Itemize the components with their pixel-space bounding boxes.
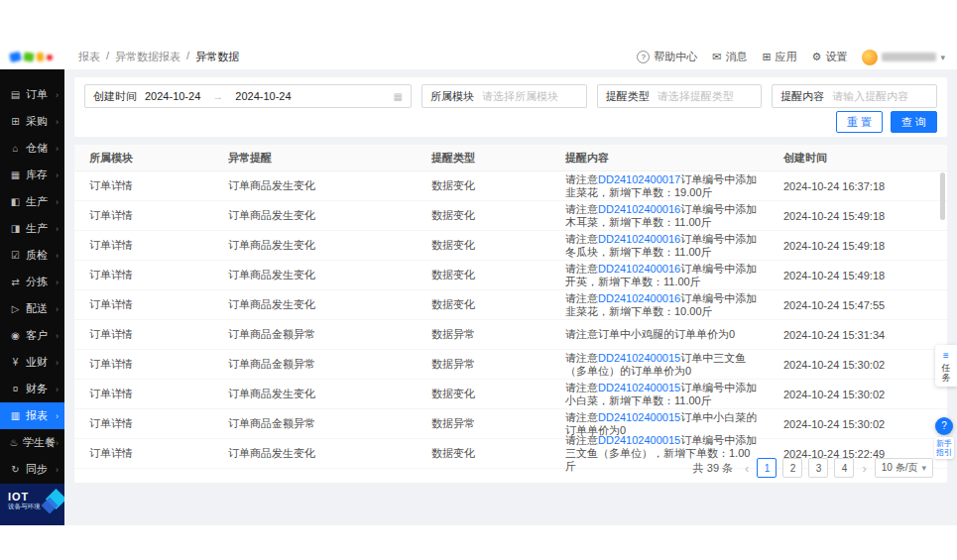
pagination-page-4[interactable]: 4 — [834, 458, 854, 478]
breadcrumb: 报表 / 异常数据报表 / 异常数据 — [78, 50, 239, 64]
sidebar-item-sync[interactable]: ↻同步› — [0, 456, 64, 483]
messages-button[interactable]: ✉ 消息 — [712, 50, 747, 64]
calendar-icon[interactable]: ▦ — [394, 91, 403, 102]
pagination-prev-icon[interactable]: ‹ — [743, 461, 751, 476]
module-select[interactable]: 所属模块 请选择所属模块 — [421, 84, 587, 108]
iot-logo: IOT 设备与环境 — [0, 484, 69, 525]
sidebar-item-orders[interactable]: ▤订单› — [0, 81, 64, 108]
filter-row: 创建时间 2024-10-24 → 2024-10-24 ▦ 所属模块 请选择所… — [84, 84, 937, 108]
finance-icon: ¤ — [9, 384, 22, 394]
sidebar-item-label: 业财 — [26, 355, 56, 370]
table-row: 订单详情订单商品发生变化数据变化请注意DD24102400017订单编号中添加韭… — [74, 171, 947, 201]
alert-type-select[interactable]: 提醒类型 请选择提醒类型 — [597, 84, 763, 108]
task-float-button[interactable]: ≡ 任务 — [935, 345, 957, 387]
help-center-button[interactable]: ? 帮助中心 — [637, 50, 697, 64]
pagination-page-2[interactable]: 2 — [782, 458, 802, 478]
sidebar-item-sorting[interactable]: ⇄分拣› — [0, 269, 64, 295]
cell-type: 数据异常 — [417, 416, 550, 431]
cell-module: 订单详情 — [74, 327, 213, 342]
cell-content: 请注意DD24102400016订单编号中添加冬瓜块，新增下单数：11.00斤 — [550, 233, 769, 259]
sidebar-item-production[interactable]: ◧生产› — [0, 188, 64, 215]
cell-time: 2024-10-24 15:49:18 — [769, 240, 947, 252]
cell-time: 2024-10-24 16:37:18 — [769, 180, 947, 192]
order-number-link[interactable]: DD24102400015 — [598, 411, 680, 423]
reports-icon: ▥ — [9, 410, 22, 421]
sidebar-item-quality[interactable]: ☑质检› — [0, 242, 64, 269]
order-number-link[interactable]: DD24102400015 — [598, 352, 680, 364]
order-number-link[interactable]: DD24102400016 — [598, 203, 680, 215]
column-header-type: 提醒类型 — [417, 151, 550, 166]
pagination-next-icon[interactable]: › — [860, 461, 868, 476]
cell-time: 2024-10-24 15:49:18 — [769, 270, 947, 281]
sidebar-item-finance[interactable]: ¤财务› — [0, 376, 64, 402]
order-number-link[interactable]: DD24102400016 — [598, 263, 680, 275]
cell-alert: 订单商品金额异常 — [213, 416, 417, 431]
date-from-value[interactable]: 2024-10-24 — [145, 90, 200, 102]
sidebar-item-label: 客户 — [26, 328, 56, 343]
order-number-link[interactable]: DD24102400016 — [598, 233, 680, 245]
reset-button[interactable]: 重 置 — [836, 111, 883, 133]
sidebar-item-warehouse[interactable]: ⌂仓储› — [0, 135, 64, 162]
settings-button[interactable]: ⚙ 设置 — [812, 50, 848, 64]
cell-type: 数据变化 — [417, 238, 550, 253]
breadcrumb-separator: / — [186, 50, 189, 64]
order-number-link[interactable]: DD24102400015 — [598, 434, 680, 446]
sidebar-menu: ▤订单›⊞采购›⌂仓储›▦库存›◧生产›◨生产›☑质检›⇄分拣›▷配送›◉客户›… — [0, 69, 64, 483]
order-number-link[interactable]: DD24102400015 — [598, 382, 680, 393]
sidebar-item-label: 订单 — [26, 87, 56, 102]
alert-type-placeholder: 请选择提醒类型 — [658, 89, 734, 104]
sidebar-item-customers[interactable]: ◉客户› — [0, 322, 64, 349]
table-row: 订单详情订单商品发生变化数据变化请注意DD24102400016订单编号中添加冬… — [74, 231, 947, 261]
breadcrumb-separator: / — [106, 50, 109, 64]
search-button[interactable]: 查 询 — [891, 111, 937, 133]
pagination: 共 39 条 ‹ 1234 › 10 条/页 ▾ — [693, 458, 933, 478]
production-2-icon: ◨ — [9, 223, 22, 234]
sidebar-item-delivery[interactable]: ▷配送› — [0, 295, 64, 322]
sidebar-item-procurement[interactable]: ⊞采购› — [0, 108, 64, 135]
cell-content: 请注意DD24102400017订单编号中添加韭菜花，新增下单数：19.00斤 — [550, 173, 769, 199]
column-header-time: 创建时间 — [769, 151, 947, 166]
orders-icon: ▤ — [9, 89, 22, 100]
cell-module: 订单详情 — [74, 357, 213, 372]
sidebar: ▤订单›⊞采购›⌂仓储›▦库存›◧生产›◨生产›☑质检›⇄分拣›▷配送›◉客户›… — [0, 69, 64, 525]
date-range-picker[interactable]: 创建时间 2024-10-24 → 2024-10-24 ▦ — [84, 84, 412, 108]
user-menu[interactable]: ▾ — [862, 50, 945, 65]
sidebar-item-production-2[interactable]: ◨生产› — [0, 215, 64, 242]
sidebar-item-reports[interactable]: ▥报表› — [0, 402, 64, 429]
order-number-link[interactable]: DD24102400016 — [598, 292, 680, 304]
pagination-pages: 1234 — [757, 458, 854, 478]
table-row: 订单详情订单商品发生变化数据变化请注意DD24102400016订单编号中添加韭… — [74, 290, 947, 320]
date-to-value[interactable]: 2024-10-24 — [235, 90, 291, 102]
sidebar-item-label: 仓储 — [26, 141, 56, 156]
chevron-right-icon: › — [56, 411, 59, 421]
sidebar-item-inventory[interactable]: ▦库存› — [0, 162, 64, 188]
column-header-module: 所属模块 — [74, 151, 213, 166]
table-row: 订单详情订单商品发生变化数据变化请注意DD24102400016订单编号中添加木… — [74, 201, 947, 231]
breadcrumb-item[interactable]: 报表 — [78, 50, 100, 64]
table-scrollbar[interactable] — [940, 172, 945, 220]
chevron-right-icon: › — [56, 278, 59, 287]
cell-time: 2024-10-24 15:30:02 — [769, 418, 947, 430]
sidebar-item-business-finance[interactable]: ¥业财› — [0, 349, 64, 376]
page-size-select[interactable]: 10 条/页 ▾ — [875, 458, 933, 478]
cell-time: 2024-10-24 15:31:34 — [769, 329, 947, 341]
data-table: 所属模块 异常提醒 提醒类型 提醒内容 创建时间 订单详情订单商品发生变化数据变… — [74, 145, 947, 483]
pagination-page-3[interactable]: 3 — [808, 458, 828, 478]
filter-buttons: 重 置 查 询 — [836, 111, 937, 133]
sidebar-item-label: 生产 — [26, 194, 56, 209]
student-meals-icon: ♨ — [9, 437, 19, 448]
alert-content-input[interactable]: 提醒内容 请输入提醒内容 — [772, 84, 937, 108]
breadcrumb-item[interactable]: 异常数据报表 — [115, 50, 180, 64]
apps-button[interactable]: ⊞ 应用 — [762, 50, 796, 64]
beginner-guide-button[interactable]: ? 新手指引 — [932, 417, 956, 459]
cell-content: 请注意DD24102400016订单编号中添加木耳菜，新增下单数：11.00斤 — [550, 203, 769, 229]
sidebar-item-student-meals[interactable]: ♨学生餐› — [0, 429, 64, 456]
alert-content-label: 提醒内容 — [780, 89, 824, 104]
procurement-icon: ⊞ — [9, 116, 22, 127]
table-header: 所属模块 异常提醒 提醒类型 提醒内容 创建时间 — [74, 145, 947, 171]
cell-module: 订单详情 — [74, 178, 213, 193]
cell-type: 数据变化 — [417, 208, 550, 223]
pagination-page-1[interactable]: 1 — [757, 458, 777, 478]
order-number-link[interactable]: DD24102400017 — [598, 173, 680, 185]
chevron-right-icon: › — [56, 304, 59, 314]
